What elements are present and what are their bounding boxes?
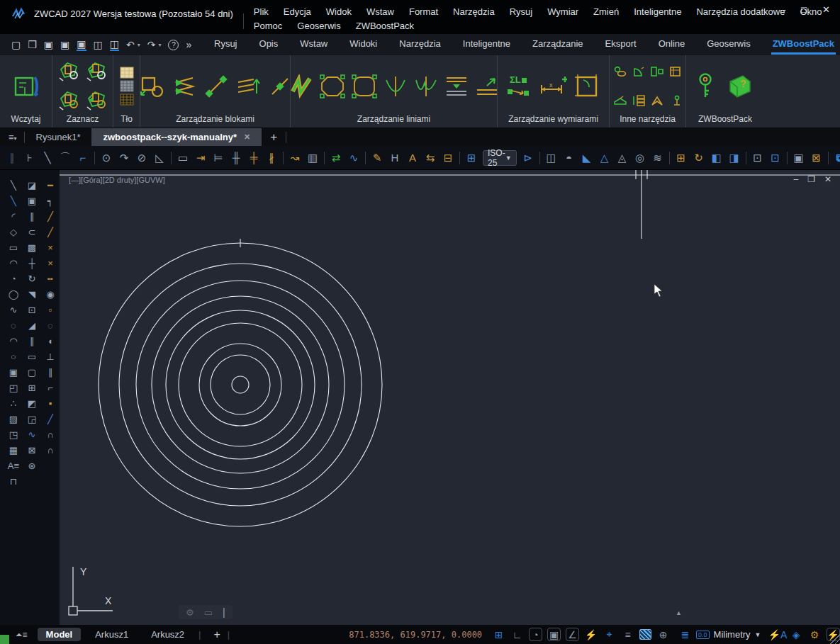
palette-tool[interactable]: ◉	[41, 286, 60, 302]
toolbar-icon[interactable]	[459, 152, 460, 164]
quick-properties-toggle[interactable]	[639, 629, 651, 640]
viewport-close-button[interactable]: ✕	[824, 174, 831, 184]
palette-tool[interactable]: ◔	[4, 271, 23, 286]
palette-tool[interactable]: ×	[41, 239, 60, 255]
palette-tool[interactable]: ∩	[41, 426, 60, 442]
line-parabola-button[interactable]	[383, 74, 408, 98]
doc-tab-menu-icon[interactable]: ≡▾	[0, 132, 24, 142]
dim-style-selector[interactable]: ISO-25 ▼	[483, 150, 517, 166]
solid-history-icon[interactable]: ⊡	[769, 152, 782, 164]
palette-tool[interactable]	[41, 458, 60, 473]
palette-tool[interactable]: ◌	[4, 317, 23, 333]
palette-tool[interactable]: ╲	[4, 193, 23, 208]
menu-item[interactable]: Widok	[326, 6, 352, 17]
dim-jogged-icon[interactable]: ↷	[118, 152, 130, 164]
units-selector[interactable]: Milimetry	[714, 629, 751, 640]
palette-tool[interactable]: ↻	[23, 271, 41, 286]
dim-home-icon[interactable]: H	[388, 152, 401, 164]
osnap-toggle[interactable]: ▣	[547, 628, 561, 641]
toolbar-icon[interactable]	[746, 152, 746, 164]
doc-tab-rysunek1[interactable]: Rysunek1*	[25, 128, 92, 146]
ribbon-tab[interactable]: Inteligentne	[461, 35, 512, 55]
palette-tool[interactable]: ∥	[23, 208, 41, 224]
open-file-icon[interactable]: ❒	[28, 39, 37, 50]
chevron-down-icon[interactable]: ▼	[755, 631, 761, 638]
dim-break-icon[interactable]: ∦	[265, 152, 278, 164]
scroll-up-arrow[interactable]: ▲	[676, 609, 682, 616]
palette-tool[interactable]	[23, 473, 41, 489]
menu-item[interactable]: Narzędzia dodatkowe	[696, 6, 785, 17]
tool-arc-button[interactable]	[631, 66, 646, 77]
save-all-icon[interactable]: ▣	[77, 38, 86, 51]
palette-tool[interactable]: ◲	[23, 411, 41, 426]
dim-oblique-icon[interactable]: ⇆	[424, 152, 437, 164]
dim-style-icon[interactable]: ⊞	[465, 152, 478, 164]
palette-tool[interactable]: ∿	[23, 426, 41, 442]
select-filter-add-button[interactable]	[84, 90, 111, 111]
save-as-icon[interactable]: ▣	[60, 39, 69, 50]
palette-tool[interactable]	[41, 473, 60, 489]
palette-tool[interactable]: ⊂	[23, 224, 41, 239]
doc-tab-zwboostpack-szyk-manualny[interactable]: zwboostpack--szyk-manualny* ✕	[91, 128, 262, 146]
polar-toggle[interactable]: ◔	[529, 628, 542, 641]
dim-measure-button[interactable]: x	[539, 74, 567, 99]
palette-tool[interactable]: ◩	[23, 395, 41, 411]
annoscale-icon[interactable]: ≣	[678, 628, 692, 641]
background-dark-button[interactable]	[120, 94, 134, 106]
help-book-button[interactable]: ?	[726, 73, 754, 100]
menu-item[interactable]: Pomoc	[254, 21, 282, 31]
menu-item[interactable]: Zmień	[593, 6, 619, 17]
leader-icon[interactable]: ↝	[289, 152, 301, 164]
wczytaj-button[interactable]	[13, 72, 40, 101]
palette-tool[interactable]: ▨	[4, 411, 23, 426]
dim-arc-icon[interactable]: ⌒	[59, 151, 72, 164]
tool-flag-button[interactable]	[612, 95, 627, 106]
settings-gear-icon[interactable]: ⚙	[808, 628, 822, 641]
layout-tab-model[interactable]: Model	[38, 628, 82, 641]
palette-tool[interactable]: ⊠	[23, 442, 41, 458]
menu-item[interactable]: Format	[409, 6, 438, 17]
palette-tool[interactable]: ∿	[4, 302, 23, 317]
palette-tool[interactable]: ◳	[4, 426, 23, 442]
toolbar-icon[interactable]	[787, 152, 788, 164]
toolbar-handle[interactable]: ∥	[6, 152, 18, 164]
palette-tool[interactable]: ▪	[41, 395, 60, 411]
viewport-restore-button[interactable]: ❐	[807, 174, 815, 184]
print-icon[interactable]: ◫	[94, 39, 103, 50]
palette-tool[interactable]: ⊛	[23, 458, 41, 473]
palette-tool[interactable]: ⊓	[4, 473, 23, 489]
viewport-minimize-button[interactable]: –	[793, 174, 798, 184]
palette-tool[interactable]: ◜	[4, 208, 23, 224]
palette-tool[interactable]: ╱	[41, 208, 60, 224]
dynamic-input-toggle[interactable]: ⌖	[603, 628, 616, 641]
block-endpoints-button[interactable]	[204, 74, 228, 98]
layout-list-icon[interactable]: ⏶≡	[16, 630, 28, 640]
palette-tool[interactable]: ⊞	[23, 380, 41, 395]
toolbar-icon[interactable]	[669, 152, 670, 164]
dim-edit-icon[interactable]: ✎	[371, 152, 383, 164]
palette-tool[interactable]: ◠	[4, 255, 23, 271]
menu-item[interactable]: ZWBoostPack	[356, 21, 414, 31]
palette-tool[interactable]: ━	[41, 177, 60, 193]
palette-tool[interactable]: ⌐	[41, 380, 60, 395]
lineweight-toggle[interactable]: ⚡	[584, 628, 598, 641]
palette-tool[interactable]: ╲	[4, 177, 23, 193]
cycle-select-toggle[interactable]: ⊕	[656, 628, 670, 641]
help-icon[interactable]: ?	[168, 40, 179, 50]
toolbar-icon[interactable]	[828, 152, 829, 164]
block-midpoint-button[interactable]	[268, 74, 292, 98]
palette-tool[interactable]: ▭	[23, 349, 41, 364]
dim-quick-icon[interactable]: ⇥	[194, 152, 207, 164]
palette-tool[interactable]: ∥	[41, 364, 60, 380]
dim-frame-button[interactable]	[573, 73, 602, 100]
palette-tool[interactable]: ∥	[23, 333, 41, 349]
new-document-button[interactable]: +	[262, 130, 286, 145]
undo-dropdown-icon[interactable]: ▾	[138, 42, 140, 48]
layout-tab-arkusz1[interactable]: Arkusz1	[86, 628, 137, 641]
dim-continue-icon[interactable]: ╫	[230, 152, 242, 164]
toolbar-icon[interactable]	[539, 152, 540, 164]
solid-box-icon[interactable]: ◫	[545, 152, 558, 164]
palette-tool[interactable]: ◖	[41, 333, 60, 349]
toolbar-icon[interactable]	[171, 152, 172, 164]
palette-tool[interactable]: ○	[4, 349, 23, 364]
